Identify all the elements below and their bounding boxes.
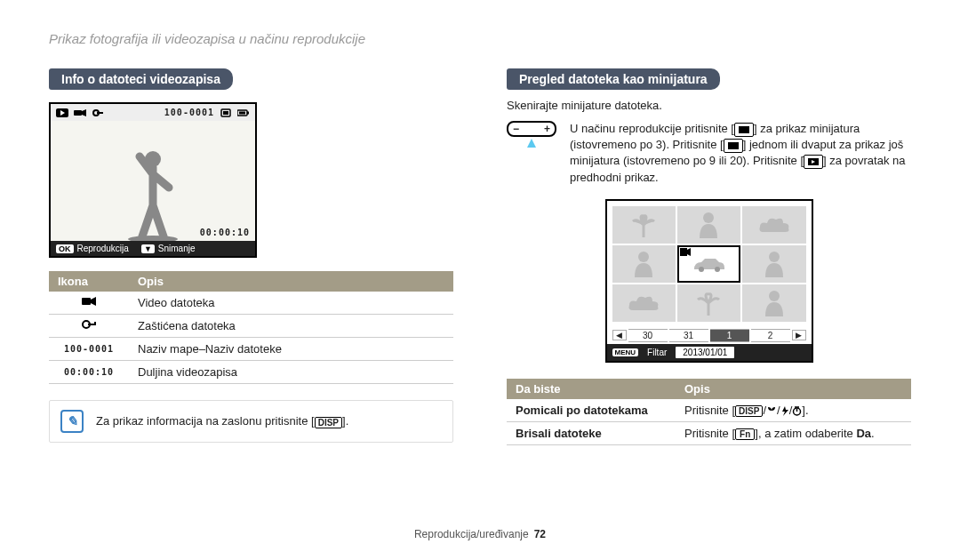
desc-cell: Video datoteka (129, 292, 453, 315)
scroll-bar: ◀ 30 31 1 2 ▶ (607, 327, 812, 344)
svg-point-23 (638, 252, 649, 262)
table-row: Video datoteka (49, 292, 453, 315)
desc-cell: Naziv mape–Naziv datoteke (129, 338, 453, 361)
palm-icon (629, 212, 658, 237)
thumb-item (612, 206, 676, 244)
disp-key: DISP (735, 405, 763, 417)
table-row: Zaštićena datoteka (49, 315, 453, 338)
svg-rect-19 (728, 142, 739, 149)
lcd-status-bar: 100-0001 (51, 104, 255, 121)
play-label: Reprodukcija (77, 244, 129, 253)
scroll-seg-active: 1 (710, 329, 749, 342)
play-mode-icon (56, 108, 68, 117)
capture-label: Snimanje (158, 244, 196, 253)
thumbnail-lcd: ◀ 30 31 1 2 ▶ MENU Filtar 2013/01/01 (605, 199, 813, 363)
action-desc: Pritisnite [DISP///]. (676, 399, 911, 422)
svg-rect-2 (74, 110, 82, 116)
svg-rect-17 (94, 322, 96, 324)
thumb-item (742, 245, 805, 283)
svg-point-27 (715, 267, 720, 272)
svg-point-28 (769, 252, 780, 262)
timer-icon (792, 406, 802, 416)
lcd-footer: OKReprodukcija ▼Snimanje (51, 241, 255, 256)
thumb-item (742, 284, 805, 322)
thumb-key-icon (724, 139, 743, 153)
thumb-key-icon (734, 123, 754, 137)
scroll-seg: 31 (669, 329, 708, 342)
table-row: Pomicali po datotekama Pritisnite [DISP/… (507, 399, 911, 422)
info-note: ✎ Za prikaz informacija na zaslonu priti… (49, 400, 453, 443)
scroll-seg: 2 (751, 329, 790, 342)
action-desc: Pritisnite [Fn], a zatim odaberite Da. (676, 421, 911, 444)
note-text: Za prikaz informacija na zaslonu pritisn… (96, 414, 348, 428)
icon-description-table: Ikona Opis Video datoteka Zaštićena dato… (49, 271, 453, 384)
svg-marker-25 (687, 248, 691, 256)
cloud-icon (628, 294, 660, 312)
action-label: Pomicali po datotekama (507, 399, 676, 422)
thumb-item (612, 245, 676, 283)
menu-key: MENU (612, 348, 639, 356)
action-table: Da biste Opis Pomicali po datotekama Pri… (507, 379, 911, 445)
section-heading-right: Pregled datoteka kao minijatura (507, 68, 720, 90)
person-icon (698, 212, 719, 238)
svg-rect-13 (82, 298, 91, 305)
instruction-text: U načinu reprodukcije pritisnite [] za p… (570, 121, 911, 186)
video-icon (74, 108, 86, 117)
flash-icon (780, 406, 789, 416)
macro-icon (766, 406, 777, 416)
scroll-right-icon: ▶ (792, 330, 806, 340)
svg-rect-5 (97, 112, 103, 114)
person-icon (633, 251, 654, 277)
desc-cell: Duljina videozapisa (129, 361, 453, 384)
svg-point-26 (699, 267, 704, 272)
palm-icon (694, 291, 723, 316)
svg-point-22 (703, 212, 714, 223)
filter-bar: MENU Filtar 2013/01/01 (607, 344, 812, 361)
thumb-item (677, 284, 740, 322)
col-desc: Opis (129, 271, 453, 292)
svg-rect-24 (680, 248, 687, 256)
video-duration: 00:00:10 (200, 228, 250, 237)
svg-rect-10 (247, 111, 249, 114)
video-info-lcd: 100-0001 00:00:10 (49, 102, 257, 258)
person-icon (764, 290, 785, 316)
person-icon (764, 251, 785, 277)
svg-marker-30 (782, 406, 788, 416)
table-row: 00:00:10 Duljina videozapisa (49, 361, 453, 384)
disp-key: DISP (315, 417, 342, 428)
svg-marker-14 (91, 297, 96, 306)
col-desc: Opis (676, 379, 911, 399)
action-label: Brisali datoteke (507, 421, 676, 444)
video-badge-icon (680, 248, 691, 256)
col-action: Da biste (507, 379, 676, 399)
svg-rect-9 (239, 111, 245, 114)
lock-icon (82, 319, 96, 330)
page-title: Prikaz fotografija ili videozapisa u nač… (49, 31, 911, 46)
info-icon: ✎ (60, 410, 84, 433)
scroll-left-icon: ◀ (612, 330, 627, 340)
zoom-in-key-icon (804, 155, 823, 169)
thumb-item (612, 284, 676, 322)
col-icon: Ikona (49, 271, 129, 292)
desc-cell: Zaštićena datoteka (129, 315, 453, 338)
table-row: Brisali datoteke Pritisnite [Fn], a zati… (507, 421, 911, 444)
svg-rect-18 (739, 126, 749, 133)
ok-key: OK (56, 244, 74, 253)
thumb-item-selected (677, 245, 740, 283)
svg-point-29 (769, 291, 780, 301)
svg-rect-7 (223, 111, 228, 115)
arrow-up-icon (527, 139, 536, 148)
filter-label: Filtar (647, 348, 667, 357)
section-heading-left: Info o datoteci videozapisa (49, 68, 233, 90)
page-footer: Reprodukcija/uređivanje72 (0, 528, 960, 540)
file-number: 100-0001 (164, 108, 214, 117)
cloud-icon (758, 216, 790, 234)
svg-point-12 (128, 236, 178, 241)
memory-icon (220, 108, 232, 117)
zoom-control-graphic: −+ (507, 121, 556, 148)
table-row: 100-0001 Naziv mape–Naziv datoteke (49, 338, 453, 361)
down-key: ▼ (141, 244, 155, 253)
scroll-seg: 30 (628, 329, 668, 342)
svg-marker-3 (82, 109, 86, 116)
folder-file-label: 100-0001 (49, 338, 129, 361)
